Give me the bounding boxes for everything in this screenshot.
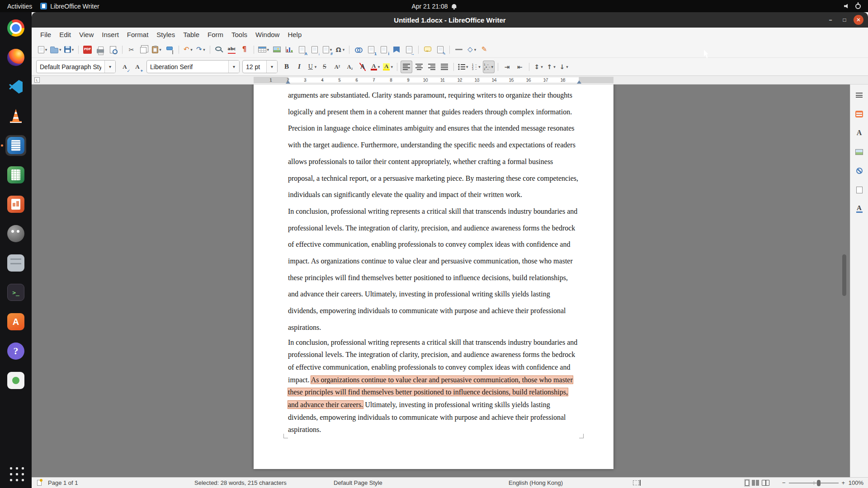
new-style-button[interactable]: A+ <box>132 61 143 73</box>
export-pdf-button[interactable]: PDF <box>82 43 94 56</box>
insert-field-button[interactable]: #▾ <box>321 43 333 56</box>
special-character-button[interactable]: Ω▾ <box>334 43 346 56</box>
paragraph-style-dropdown[interactable]: ▾ <box>104 61 115 73</box>
strikethrough-button[interactable]: S <box>319 61 330 73</box>
paragraph-1[interactable]: arguments are substantiated. Clarity sta… <box>288 87 579 203</box>
line-spacing-button[interactable]: ↕▾ <box>533 61 544 73</box>
menu-item[interactable]: Format <box>123 29 153 40</box>
align-center-button[interactable] <box>413 61 425 73</box>
bold-button[interactable]: B <box>281 61 292 73</box>
gimp-icon[interactable] <box>5 223 26 244</box>
insert-bookmark-button[interactable] <box>391 43 402 56</box>
zoom-slider-thumb[interactable] <box>817 480 821 486</box>
highlight-color-button[interactable]: A▾ <box>382 61 394 73</box>
page-count-label[interactable]: Page 1 of 1 <box>48 478 78 488</box>
superscript-button[interactable]: A² <box>331 61 343 73</box>
styles-tab[interactable]: A <box>852 126 867 140</box>
undo-button[interactable]: ↶▾ <box>182 43 194 56</box>
system-status-area[interactable] <box>844 4 868 9</box>
tab-stop-type-selector[interactable]: L <box>34 77 40 83</box>
copy-button[interactable] <box>138 43 150 56</box>
chrome-icon[interactable] <box>5 18 26 38</box>
selection-mode-icon[interactable] <box>633 478 639 488</box>
decrease-indent-button[interactable]: ⇤ <box>514 61 526 73</box>
terminal-icon[interactable]: >_ <box>5 282 26 303</box>
menu-item[interactable]: Form <box>203 29 227 40</box>
page-style-label[interactable]: Default Page Style <box>334 478 382 488</box>
font-size-input[interactable] <box>243 61 266 73</box>
paste-button[interactable]: ▾ <box>151 43 163 56</box>
gallery-tab[interactable] <box>852 145 867 159</box>
outline-list-button[interactable]: 1 — a — 2 —▾ <box>483 61 495 73</box>
document-page[interactable]: arguments are substantiated. Clarity sta… <box>254 84 613 469</box>
track-changes-button[interactable]: ✎ <box>434 43 446 56</box>
multi-page-view-button[interactable] <box>752 480 759 486</box>
zoom-in-button[interactable]: + <box>842 479 845 486</box>
clear-formatting-button[interactable]: A <box>357 61 368 73</box>
print-button[interactable] <box>94 43 106 56</box>
app-indicator[interactable]: LibreOffice Writer <box>40 3 99 10</box>
italic-button[interactable]: I <box>293 61 305 73</box>
justify-button[interactable] <box>439 61 450 73</box>
find-replace-button[interactable] <box>213 43 225 56</box>
zoom-slider[interactable] <box>789 483 839 483</box>
menu-item[interactable]: Insert <box>98 29 123 40</box>
align-left-button[interactable] <box>401 61 412 73</box>
bullet-list-button[interactable]: ▾ <box>457 61 469 73</box>
open-button[interactable]: ▾ <box>49 43 62 56</box>
navigator-tab[interactable] <box>852 164 867 178</box>
redo-button[interactable]: ↷▾ <box>195 43 207 56</box>
underline-button[interactable]: U▾ <box>306 61 318 73</box>
left-indent-marker[interactable] <box>286 80 290 84</box>
font-name-input[interactable] <box>147 61 228 73</box>
decrease-paragraph-spacing-button[interactable]: ↓▾ <box>558 61 570 73</box>
horizontal-line-button[interactable] <box>453 43 465 56</box>
page-break-button[interactable]: ↓ <box>309 43 321 56</box>
firefox-icon[interactable] <box>5 47 26 68</box>
ubuntu-software-icon[interactable]: A <box>5 311 26 332</box>
insert-chart-button[interactable] <box>283 43 295 56</box>
save-button[interactable]: ▾ <box>63 43 75 56</box>
files-icon[interactable] <box>5 253 26 273</box>
menu-item[interactable]: Tools <box>227 29 251 40</box>
language-label[interactable]: English (Hong Kong) <box>509 478 563 488</box>
insert-image-button[interactable] <box>271 43 283 56</box>
insert-endnote-button[interactable]: i <box>378 43 390 56</box>
vscode-icon[interactable] <box>5 76 26 97</box>
properties-tab[interactable] <box>852 107 867 121</box>
page-tab[interactable] <box>852 183 867 197</box>
libreoffice-writer-icon[interactable] <box>5 135 26 156</box>
increase-paragraph-spacing-button[interactable]: ↑▾ <box>545 61 557 73</box>
draw-functions-button[interactable]: ✎ <box>478 43 490 56</box>
font-name-dropdown[interactable]: ▾ <box>228 61 239 73</box>
clone-formatting-button[interactable] <box>164 43 175 56</box>
insert-comment-button[interactable] <box>422 43 434 56</box>
menu-item[interactable]: Styles <box>152 29 179 40</box>
formatting-marks-button[interactable]: ¶ <box>239 43 250 56</box>
single-page-view-button[interactable] <box>745 480 749 486</box>
style-inspector-tab[interactable]: A <box>852 202 867 216</box>
paragraph-2[interactable]: In conclusion, professional writing repr… <box>288 203 579 336</box>
zoom-level-label[interactable]: 100% <box>849 478 863 488</box>
sidebar-menu-button[interactable] <box>852 88 867 102</box>
increase-indent-button[interactable]: ⇥ <box>501 61 513 73</box>
font-size-dropdown[interactable]: ▾ <box>266 61 277 73</box>
print-preview-button[interactable] <box>107 43 119 56</box>
subscript-button[interactable]: A₂ <box>344 61 356 73</box>
numbered-list-button[interactable]: 1 — 2 — 3 —▾ <box>470 61 482 73</box>
menu-item[interactable]: Table <box>179 29 203 40</box>
basic-shapes-button[interactable]: ◇▾ <box>466 43 477 56</box>
cross-reference-button[interactable]: → <box>403 43 415 56</box>
spelling-button[interactable]: abc <box>226 43 238 56</box>
insert-textbox-button[interactable]: A <box>296 43 308 56</box>
libreoffice-impress-icon[interactable] <box>5 194 26 215</box>
update-style-button[interactable]: A✓ <box>119 61 131 73</box>
insert-footnote-button[interactable]: 1 <box>365 43 377 56</box>
clock-menu[interactable]: Apr 21 21:08 <box>411 3 456 10</box>
word-count-label[interactable]: Selected: 28 words, 215 characters <box>194 478 287 488</box>
book-view-button[interactable] <box>762 480 769 486</box>
right-indent-marker[interactable] <box>577 80 581 84</box>
dock-item-misc[interactable] <box>5 370 26 391</box>
new-document-button[interactable]: ▾ <box>37 43 48 56</box>
activities-button[interactable]: Activities <box>7 3 32 10</box>
